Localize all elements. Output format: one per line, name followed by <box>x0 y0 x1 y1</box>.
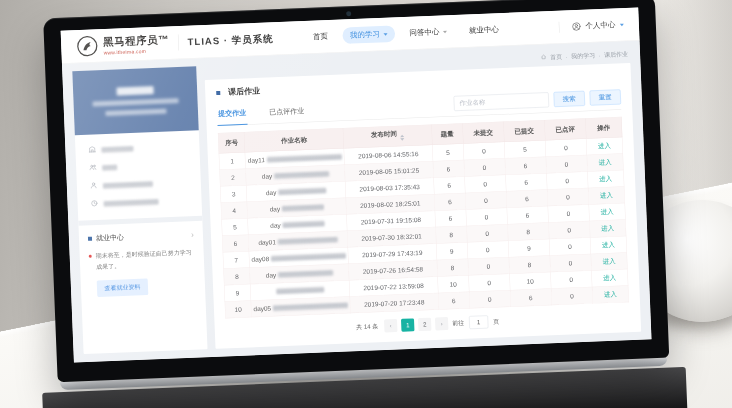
cell-submitted: 6 <box>510 289 552 307</box>
cell-seq: 7 <box>223 251 250 269</box>
masked-text <box>102 165 117 171</box>
homework-name-fragment: day <box>262 172 273 180</box>
user-menu-label: 个人中心 <box>585 20 615 31</box>
cell-submitted: 9 <box>508 239 550 257</box>
breadcrumb-item-3[interactable]: 课后作业 <box>604 50 628 59</box>
goto-page-input[interactable] <box>469 315 489 329</box>
sort-asc-arrow <box>400 133 404 138</box>
prev-page-button[interactable]: ‹ <box>384 319 398 333</box>
user-divider <box>559 22 560 33</box>
heima-logo-icon[interactable] <box>76 35 99 58</box>
cell-unsubmitted: 0 <box>463 142 505 160</box>
cell-unsubmitted: 0 <box>468 274 510 292</box>
cell-unsubmitted: 0 <box>467 241 509 259</box>
col-header-label: 已提交 <box>514 127 534 135</box>
col-header-label: 已点评 <box>555 125 575 133</box>
cell-action: 进入 <box>592 285 629 303</box>
search-input[interactable] <box>454 92 550 111</box>
cell-seq: 6 <box>222 235 249 253</box>
page-button-2[interactable]: 2 <box>418 318 432 332</box>
employment-title: 就业中心 <box>96 233 124 243</box>
cell-submitted: 10 <box>509 272 551 290</box>
col-header-1: 序号 <box>218 132 245 153</box>
laptop-bezel: 黑马程序员™ www.itheima.com TLIAS · 学员系统 首页我的… <box>43 0 669 382</box>
enter-link[interactable]: 进入 <box>601 224 614 232</box>
next-page-button[interactable]: › <box>435 317 449 331</box>
search-button[interactable]: 搜索 <box>553 91 585 107</box>
enter-link[interactable]: 进入 <box>598 158 611 166</box>
cell-seq: 3 <box>220 185 247 203</box>
profile-row <box>90 196 188 209</box>
nav-item-2[interactable]: 我的学习 <box>342 25 395 44</box>
enter-link[interactable]: 进入 <box>602 257 615 265</box>
employment-notice-text: 期末将至，是时候验证自己努力学习成果了。 <box>96 247 196 273</box>
enter-link[interactable]: 进入 <box>600 191 613 199</box>
view-employment-button[interactable]: 查看就业资料 <box>97 279 149 298</box>
cell-action: 进入 <box>589 220 626 238</box>
user-menu[interactable]: 个人中心 <box>559 19 624 33</box>
enter-link[interactable]: 进入 <box>599 175 612 183</box>
cell-seq: 5 <box>222 218 249 236</box>
enter-link[interactable]: 进入 <box>603 274 616 282</box>
cell-reviewed: 0 <box>548 204 590 222</box>
homework-table: 序号作业名称发布时间题量未提交已提交已点评操作 1day112019-08-06… <box>218 117 629 319</box>
homework-name-fragment: day <box>266 271 277 279</box>
col-header-5: 未提交 <box>462 122 504 144</box>
page-button-1[interactable]: 1 <box>401 318 415 332</box>
time-icon <box>90 199 98 209</box>
enter-link[interactable]: 进入 <box>604 290 617 298</box>
sidebar: 就业中心 › 期末将至，是时候验证自己努力学习成果了。 查看就业资料 <box>72 66 207 354</box>
nav-item-3[interactable]: 问答中心 <box>402 23 455 42</box>
goto-unit: 页 <box>493 317 499 326</box>
cell-unsubmitted: 0 <box>464 158 506 176</box>
cell-action: 进入 <box>587 154 624 172</box>
tab-reviewed-homework[interactable]: 已点评作业 <box>268 101 306 123</box>
nav-item-label: 我的学习 <box>350 29 380 40</box>
reset-button[interactable]: 重置 <box>589 89 621 105</box>
nav-item-1[interactable]: 首页 <box>305 28 336 46</box>
masked-text <box>276 287 324 294</box>
section-bullet <box>216 91 220 95</box>
profile-row <box>90 178 188 191</box>
cell-action: 进入 <box>591 252 628 270</box>
col-header-label: 序号 <box>225 138 238 146</box>
cell-seq: 1 <box>219 152 246 170</box>
cell-reviewed: 0 <box>545 139 587 157</box>
col-header-label: 作业名称 <box>281 136 307 145</box>
enter-link[interactable]: 进入 <box>600 208 613 216</box>
goto-label: 前往 <box>452 319 464 328</box>
employment-panel: 就业中心 › 期末将至，是时候验证自己努力学习成果了。 查看就业资料 <box>78 221 205 309</box>
nav-item-4[interactable]: 就业中心 <box>461 21 507 39</box>
enter-link[interactable]: 进入 <box>602 241 615 249</box>
cell-action: 进入 <box>590 236 627 254</box>
masked-student-name <box>116 86 153 95</box>
cell-total: 5 <box>432 143 464 161</box>
header-divider <box>178 34 179 50</box>
homework-name-fragment: day <box>266 188 277 196</box>
homework-name-fragment: day <box>270 221 281 229</box>
cell-total: 9 <box>436 242 468 260</box>
cell-reviewed: 0 <box>550 254 592 272</box>
chevron-down-icon <box>383 33 387 38</box>
campus-icon <box>88 145 96 155</box>
col-header-7: 已点评 <box>544 119 586 141</box>
user-avatar-icon <box>572 22 581 31</box>
breadcrumb-item-2[interactable]: 我的学习 <box>571 51 595 60</box>
breadcrumb-separator: · <box>565 53 567 60</box>
masked-text <box>278 187 326 194</box>
cell-total: 6 <box>435 209 467 227</box>
masked-text <box>278 237 338 245</box>
breadcrumb-item-1[interactable]: 首页 <box>550 53 562 62</box>
masked-text <box>282 204 324 211</box>
cell-submitted: 5 <box>504 140 546 158</box>
nav-item-label: 首页 <box>313 32 328 42</box>
employment-header[interactable]: 就业中心 › <box>88 230 194 243</box>
tab-submit-homework[interactable]: 提交作业 <box>217 103 248 126</box>
sort-icon[interactable] <box>400 133 404 143</box>
web-app: 黑马程序员™ www.itheima.com TLIAS · 学员系统 首页我的… <box>61 8 652 363</box>
homework-name-fragment: day11 <box>248 156 266 164</box>
enter-link[interactable]: 进入 <box>598 142 611 150</box>
homework-name-fragment: day08 <box>251 255 269 263</box>
masked-text <box>101 146 133 153</box>
photo-scene: 黑马程序员™ www.itheima.com TLIAS · 学员系统 首页我的… <box>0 0 732 408</box>
